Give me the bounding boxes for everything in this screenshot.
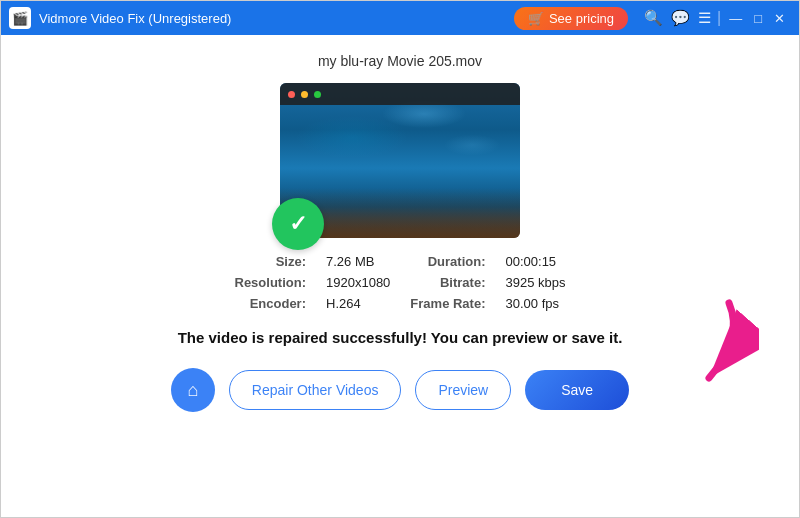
main-content: my blu-ray Movie 205.mov Size: 7.26 MB D… (1, 35, 799, 518)
home-button[interactable]: ⌂ (171, 368, 215, 412)
dot-green (314, 91, 321, 98)
divider: | (715, 9, 723, 27)
duration-value: 00:00:15 (505, 254, 565, 269)
menu-icon[interactable]: ☰ (694, 7, 715, 29)
duration-label: Duration: (410, 254, 485, 269)
bitrate-label: Bitrate: (410, 275, 485, 290)
maximize-button[interactable]: □ (748, 9, 768, 28)
app-logo: 🎬 (9, 7, 31, 29)
framerate-value: 30.00 fps (505, 296, 565, 311)
size-label: Size: (235, 254, 307, 269)
video-preview (280, 83, 520, 238)
encoder-value: H.264 (326, 296, 390, 311)
resolution-value: 1920x1080 (326, 275, 390, 290)
framerate-label: Frame Rate: (410, 296, 485, 311)
dot-yellow (301, 91, 308, 98)
app-title: Vidmore Video Fix (Unregistered) (39, 11, 514, 26)
see-pricing-button[interactable]: 🛒 See pricing (514, 7, 628, 30)
cart-icon: 🛒 (528, 11, 544, 26)
message-icon[interactable]: 💬 (667, 7, 694, 29)
success-badge (272, 198, 324, 250)
video-filename: my blu-ray Movie 205.mov (318, 53, 482, 69)
search-icon[interactable]: 🔍 (640, 7, 667, 29)
arrow-indicator (649, 298, 759, 388)
encoder-label: Encoder: (235, 296, 307, 311)
success-message: The video is repaired successfully! You … (178, 329, 623, 346)
bitrate-value: 3925 kbps (505, 275, 565, 290)
dot-red (288, 91, 295, 98)
close-button[interactable]: ✕ (768, 9, 791, 28)
resolution-label: Resolution: (235, 275, 307, 290)
video-header-bar (280, 83, 520, 105)
titlebar: 🎬 Vidmore Video Fix (Unregistered) 🛒 See… (1, 1, 799, 35)
preview-button[interactable]: Preview (415, 370, 511, 410)
repair-other-button[interactable]: Repair Other Videos (229, 370, 402, 410)
size-value: 7.26 MB (326, 254, 390, 269)
metadata-grid: Size: 7.26 MB Duration: 00:00:15 Resolut… (235, 254, 566, 311)
save-button[interactable]: Save (525, 370, 629, 410)
home-icon: ⌂ (187, 380, 198, 401)
minimize-button[interactable]: — (723, 9, 748, 28)
svg-text:🎬: 🎬 (12, 10, 29, 27)
